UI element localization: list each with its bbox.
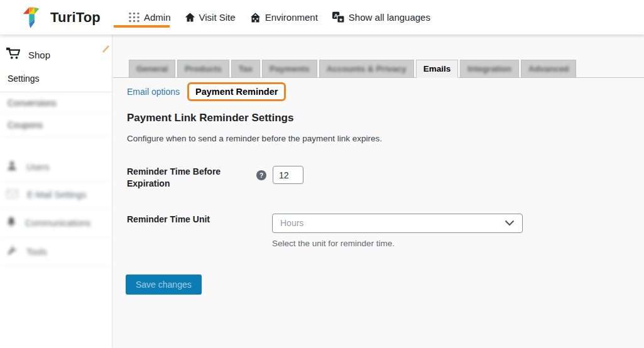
page-title: Payment Link Reminder Settings (127, 112, 644, 124)
sidebar-item-conversions[interactable]: Conversions (0, 92, 112, 114)
svg-text:★: ★ (339, 17, 343, 23)
sidebar-item-label: Communications (25, 218, 90, 228)
nav-languages[interactable]: A ★ Show all languages (332, 11, 430, 23)
tab-products[interactable]: Products (177, 60, 229, 78)
sidebar-item-settings[interactable]: Settings (0, 72, 112, 92)
help-icon[interactable]: ? (256, 170, 266, 180)
nav-visit-site-label: Visit Site (199, 12, 236, 23)
cart-icon (6, 47, 20, 62)
reminder-unit-help-text: Select the unit for reminder time. (272, 239, 523, 248)
wrench-icon (6, 245, 18, 258)
emails-settings-panel: Email options Payment Reminder Payment L… (113, 81, 644, 295)
main-content: GeneralProductsTaxPaymentsAccounts & Pri… (113, 35, 644, 348)
sidebar-item-communications[interactable]: Communications (0, 209, 112, 237)
bell-icon (6, 216, 16, 229)
tab-advanced[interactable]: Advanced (521, 60, 577, 78)
translate-icon: A ★ (332, 11, 345, 23)
tab-general[interactable]: General (129, 60, 175, 78)
sidebar: Shop Settings Conversions Coupons Users … (0, 35, 112, 348)
sidebar-item-label: Tools (26, 247, 47, 257)
sidebar-section-label: Shop (28, 50, 50, 60)
topbar-nav: Admin Visit Site Environment (128, 0, 444, 35)
nav-visit-site[interactable]: Visit Site (185, 12, 236, 23)
reminder-time-unit-select[interactable]: Hours (272, 214, 523, 233)
grid-icon (128, 11, 140, 23)
nav-environment[interactable]: Environment (249, 12, 318, 23)
sidebar-item-tools[interactable]: Tools (0, 237, 112, 266)
page-description: Configure when to send a reminder before… (127, 134, 644, 143)
tab-tax[interactable]: Tax (231, 60, 260, 78)
turitop-logo-icon (21, 3, 45, 32)
email-subnav: Email options Payment Reminder (127, 81, 644, 102)
admin-active-underline (114, 25, 170, 28)
sidebar-item-label: E-Mail Settings (27, 190, 86, 200)
save-changes-button[interactable]: Save changes (126, 275, 202, 295)
reminder-time-label: Reminder Time Before Expiration (127, 166, 256, 190)
reminder-time-row: Reminder Time Before Expiration ? (127, 166, 644, 190)
reminder-unit-label: Reminder Time Unit (127, 214, 256, 226)
reminder-unit-control: Hours Select the unit for reminder time. (272, 214, 523, 248)
brand-name: TuriTop (50, 9, 101, 26)
sidebar-section-shop[interactable]: Shop (0, 35, 112, 72)
tab-payments[interactable]: Payments (262, 60, 317, 78)
topbar: TuriTop Admin Visit Site (0, 0, 644, 35)
sidebar-collapse-icon[interactable] (101, 45, 110, 60)
tab-integration[interactable]: Integration (460, 60, 519, 78)
sidebar-item-users[interactable]: Users (0, 153, 112, 182)
home-icon (185, 12, 195, 23)
nav-admin-label: Admin (144, 12, 171, 23)
tab-accounts-privacy[interactable]: Accounts & Privacy (319, 60, 414, 78)
selected-unit-value: Hours (280, 218, 303, 228)
nav-languages-label: Show all languages (349, 12, 430, 23)
sidebar-item-email-settings[interactable]: E-Mail Settings (0, 182, 112, 209)
reminder-time-input[interactable] (273, 166, 303, 184)
nav-admin[interactable]: Admin (128, 11, 171, 23)
tab-emails[interactable]: Emails (416, 60, 459, 78)
chevron-down-icon (505, 217, 515, 229)
user-icon (6, 160, 18, 173)
mail-icon (6, 189, 18, 200)
subnav-email-options-link[interactable]: Email options (127, 87, 180, 97)
reminder-unit-row: Reminder Time Unit Hours Select the unit… (127, 214, 644, 248)
brand-logo[interactable]: TuriTop (21, 3, 101, 32)
nav-environment-label: Environment (265, 12, 318, 23)
subnav-payment-reminder-highlighted[interactable]: Payment Reminder (187, 82, 286, 101)
sidebar-item-coupons[interactable]: Coupons (0, 114, 112, 136)
settings-tabs: GeneralProductsTaxPaymentsAccounts & Pri… (113, 60, 644, 78)
building-icon (249, 12, 261, 23)
sidebar-item-label: Users (26, 162, 50, 172)
